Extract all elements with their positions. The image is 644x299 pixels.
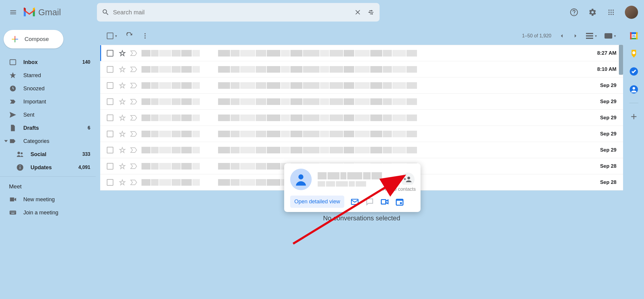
row-checkbox[interactable] xyxy=(107,82,113,89)
scrollbar-thumb[interactable] xyxy=(619,45,623,75)
svg-point-6 xyxy=(610,10,612,11)
add-to-contacts-button[interactable] xyxy=(401,173,415,186)
email-row[interactable]: Sep 29 xyxy=(100,126,623,142)
star-icon[interactable] xyxy=(119,82,126,89)
svg-point-54 xyxy=(632,51,635,54)
important-marker-icon[interactable] xyxy=(130,83,137,89)
row-checkbox[interactable] xyxy=(107,50,113,57)
more-button[interactable] xyxy=(141,32,149,39)
svg-rect-27 xyxy=(10,212,11,212)
svg-point-4 xyxy=(574,14,574,14)
get-addons-button[interactable] xyxy=(629,112,638,121)
row-checkbox[interactable] xyxy=(107,98,113,105)
meet-new[interactable]: New meeting xyxy=(0,193,96,206)
row-checkbox[interactable] xyxy=(107,131,113,137)
important-marker-icon[interactable] xyxy=(130,163,137,169)
tasks-app-button[interactable] xyxy=(629,67,638,76)
star-icon[interactable] xyxy=(119,66,126,73)
star-icon[interactable] xyxy=(119,147,126,154)
input-tools-button[interactable]: ▼ xyxy=(605,33,616,39)
send-icon xyxy=(9,111,17,119)
email-row[interactable]: 8:10 AM xyxy=(100,61,623,77)
search-input[interactable] xyxy=(113,9,354,16)
star-icon[interactable] xyxy=(119,114,126,121)
support-button[interactable] xyxy=(567,5,581,19)
star-icon[interactable] xyxy=(119,98,126,105)
star-icon[interactable] xyxy=(119,179,126,186)
prev-page-button[interactable] xyxy=(558,33,565,39)
next-page-button[interactable] xyxy=(572,33,579,39)
split-pane-toggle[interactable]: ▼ xyxy=(586,33,597,39)
video-call-icon[interactable] xyxy=(380,197,389,206)
svg-rect-18 xyxy=(15,39,15,39)
svg-point-40 xyxy=(407,177,410,179)
svg-rect-16 xyxy=(15,39,15,42)
email-date: Sep 29 xyxy=(600,83,616,89)
important-marker-icon[interactable] xyxy=(130,99,137,105)
main-menu-button[interactable] xyxy=(6,5,20,19)
row-checkbox[interactable] xyxy=(107,115,113,121)
account-avatar[interactable] xyxy=(625,6,638,19)
clear-search-icon[interactable] xyxy=(354,8,362,16)
nav-snoozed[interactable]: Snoozed xyxy=(0,82,96,95)
nav-inbox[interactable]: Inbox 140 xyxy=(0,56,96,69)
compose-button[interactable]: Compose xyxy=(4,30,63,48)
row-checkbox[interactable] xyxy=(107,66,113,73)
contact-name-redacted xyxy=(318,172,395,187)
important-marker-icon[interactable] xyxy=(130,115,137,121)
svg-point-11 xyxy=(608,14,610,15)
email-date: 8:10 AM xyxy=(597,66,616,72)
split-pane-icon xyxy=(586,33,593,39)
row-checkbox[interactable] xyxy=(107,179,113,186)
email-row[interactable]: Sep 29 xyxy=(100,110,623,126)
header: Gmail xyxy=(0,0,644,25)
row-checkbox[interactable] xyxy=(107,163,113,170)
svg-rect-44 xyxy=(396,199,403,201)
nav-important[interactable]: Important xyxy=(0,95,96,108)
nav-social[interactable]: Social 333 xyxy=(0,148,96,161)
svg-rect-37 xyxy=(586,38,593,39)
keep-app-button[interactable] xyxy=(629,49,638,58)
row-checkbox[interactable] xyxy=(107,147,113,153)
tasks-icon xyxy=(629,67,638,76)
svg-point-1 xyxy=(369,12,370,13)
svg-rect-26 xyxy=(10,211,16,215)
important-marker-icon[interactable] xyxy=(130,131,137,137)
search-options-icon[interactable] xyxy=(367,8,375,16)
chat-icon[interactable] xyxy=(365,197,374,206)
nav-categories[interactable]: Categories xyxy=(0,135,96,148)
settings-button[interactable] xyxy=(585,5,600,19)
calendar-app-button[interactable]: 31 xyxy=(629,31,638,40)
star-icon[interactable] xyxy=(119,163,126,170)
gmail-logo[interactable]: Gmail xyxy=(23,7,61,17)
nav-sent[interactable]: Sent xyxy=(0,108,96,121)
open-detailed-view-button[interactable]: Open detailed view xyxy=(290,196,344,208)
important-marker-icon[interactable] xyxy=(130,50,137,56)
nav-starred[interactable]: Starred xyxy=(0,69,96,82)
apps-button[interactable] xyxy=(604,5,618,19)
send-email-icon[interactable] xyxy=(350,197,359,206)
email-row[interactable]: Sep 29 xyxy=(100,142,623,158)
important-marker-icon[interactable] xyxy=(130,179,137,185)
important-marker-icon[interactable] xyxy=(130,147,137,153)
svg-point-0 xyxy=(371,10,372,11)
refresh-button[interactable] xyxy=(126,32,133,39)
svg-rect-36 xyxy=(586,35,593,36)
schedule-event-icon[interactable] xyxy=(395,197,404,206)
meet-join[interactable]: Join a meeting xyxy=(0,206,96,219)
page-range[interactable]: 1–50 of 1,920 xyxy=(522,33,551,39)
email-row[interactable]: Sep 29 xyxy=(100,94,623,110)
nav-drafts[interactable]: Drafts 6 xyxy=(0,121,96,135)
chevron-down-icon: ▼ xyxy=(613,34,616,38)
select-all-checkbox[interactable]: ▼ xyxy=(107,33,118,39)
contacts-app-button[interactable] xyxy=(629,85,638,94)
email-row[interactable]: Sep 29 xyxy=(100,77,623,94)
star-icon[interactable] xyxy=(119,130,126,138)
important-marker-icon[interactable] xyxy=(130,66,137,72)
nav-updates[interactable]: Updates 4,091 xyxy=(0,161,96,174)
star-icon[interactable] xyxy=(119,50,126,57)
subject-redacted xyxy=(218,147,594,153)
search-bar[interactable] xyxy=(97,3,380,22)
email-row[interactable]: 8:27 AM xyxy=(100,45,623,61)
svg-point-8 xyxy=(608,12,610,13)
